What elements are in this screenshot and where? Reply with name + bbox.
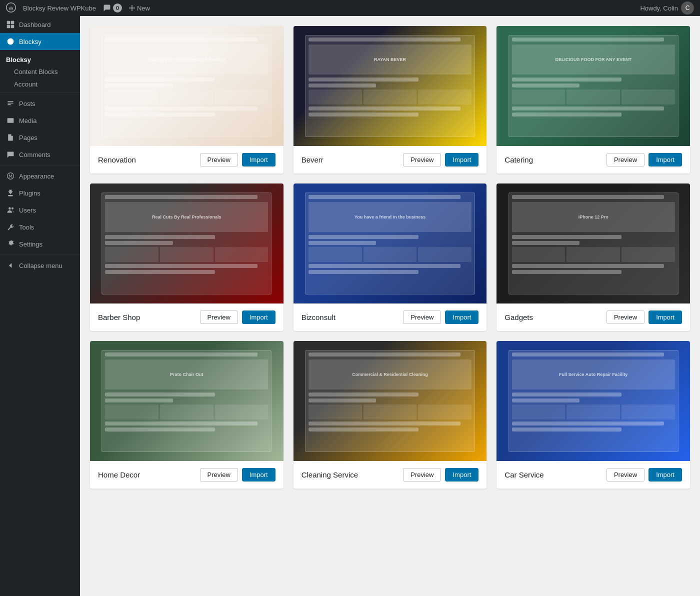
import-button-beverr[interactable]: Import xyxy=(445,153,478,166)
template-footer-catering: Catering Preview Import xyxy=(496,146,690,174)
sidebar-item-media[interactable]: Media xyxy=(0,112,80,129)
template-preview-bizconsult: You have a friend in the business xyxy=(294,184,487,304)
import-button-carservice[interactable]: Import xyxy=(648,468,682,482)
template-preview-beverr: RAYAN BEVER xyxy=(294,26,487,146)
media-label: Media xyxy=(19,117,36,124)
preview-button-barbershop[interactable]: Preview xyxy=(200,310,238,324)
template-name-beverr: Beverr xyxy=(302,156,324,164)
sidebar-item-tools[interactable]: Tools xyxy=(0,218,80,236)
template-preview-carservice: Full Service Auto Repair Facility xyxy=(496,341,690,461)
template-footer-bizconsult: Bizconsult Preview Import xyxy=(294,304,487,331)
users-icon xyxy=(6,206,15,214)
sidebar-item-posts[interactable]: Posts xyxy=(0,95,80,112)
preview-button-homedecor[interactable]: Preview xyxy=(200,468,238,482)
template-card-barbershop: Real Cuts By Real Professionals xyxy=(90,184,284,331)
comments-icon[interactable]: 0 xyxy=(103,4,122,12)
preview-button-carservice[interactable]: Preview xyxy=(606,468,644,482)
main-content: Making your vision become a reality xyxy=(80,16,700,596)
site-name[interactable]: Blocksy Review WPKube xyxy=(23,4,96,12)
account-label: Account xyxy=(14,80,38,88)
howdy-text[interactable]: Howdy, Colin C xyxy=(640,2,694,14)
template-footer-beverr: Beverr Preview Import xyxy=(294,146,487,174)
wp-logo-icon[interactable] xyxy=(6,2,16,14)
template-footer-gadgets: Gadgets Preview Import xyxy=(496,304,690,331)
template-actions-barbershop: Preview Import xyxy=(200,310,276,324)
svg-point-9 xyxy=(11,174,12,176)
import-button-renovation[interactable]: Import xyxy=(242,153,276,166)
svg-rect-0 xyxy=(7,21,10,24)
preview-button-gadgets[interactable]: Preview xyxy=(606,310,644,324)
users-label: Users xyxy=(19,206,36,214)
blocksy-label: Blocksy xyxy=(19,38,42,46)
sidebar-item-dashboard[interactable]: Dashboard xyxy=(0,16,80,33)
sidebar-item-appearance[interactable]: Appearance xyxy=(0,168,80,184)
template-preview-renovation: Making your vision become a reality xyxy=(90,26,284,146)
howdy-label: Howdy, Colin xyxy=(640,4,678,12)
import-button-homedecor[interactable]: Import xyxy=(242,468,276,482)
topbar-left: Blocksy Review WPKube 0 New xyxy=(6,2,632,14)
svg-rect-2 xyxy=(7,25,10,28)
template-name-renovation: Renovation xyxy=(98,156,136,164)
content-blocks-label: Content Blocks xyxy=(14,68,58,76)
template-preview-homedecor: Prato Chair Out xyxy=(90,341,284,461)
preview-button-beverr[interactable]: Preview xyxy=(403,153,441,166)
sidebar-item-content-blocks[interactable]: Content Blocks xyxy=(0,66,80,78)
comments-sidebar-icon xyxy=(6,150,15,159)
new-button[interactable]: New xyxy=(129,4,150,12)
preview-button-cleaning[interactable]: Preview xyxy=(403,468,441,482)
preview-button-bizconsult[interactable]: Preview xyxy=(403,310,441,324)
template-card-cleaning: Commercial & Residential Cleaning xyxy=(294,341,487,488)
sidebar-item-account[interactable]: Account xyxy=(0,78,80,90)
sidebar-item-plugins[interactable]: Plugins xyxy=(0,184,80,202)
pages-label: Pages xyxy=(19,134,38,142)
template-actions-gadgets: Preview Import xyxy=(606,310,682,324)
template-actions-beverr: Preview Import xyxy=(403,153,478,166)
import-button-barbershop[interactable]: Import xyxy=(242,310,276,324)
posts-icon xyxy=(6,99,15,108)
appearance-icon xyxy=(6,172,15,180)
template-preview-barbershop: Real Cuts By Real Professionals xyxy=(90,184,284,304)
svg-rect-10 xyxy=(8,195,13,196)
dashboard-label: Dashboard xyxy=(19,21,51,28)
sidebar-item-comments[interactable]: Comments xyxy=(0,146,80,163)
template-name-bizconsult: Bizconsult xyxy=(302,313,336,322)
template-card-bizconsult: You have a friend in the business xyxy=(294,184,487,331)
import-button-catering[interactable]: Import xyxy=(648,153,682,166)
media-icon xyxy=(6,116,15,125)
template-footer-homedecor: Home Decor Preview Import xyxy=(90,461,284,488)
import-button-cleaning[interactable]: Import xyxy=(445,468,478,482)
preview-button-renovation[interactable]: Preview xyxy=(200,153,238,166)
template-name-barbershop: Barber Shop xyxy=(98,313,140,322)
dashboard-icon xyxy=(6,20,15,29)
template-footer-barbershop: Barber Shop Preview Import xyxy=(90,304,284,331)
template-preview-catering: DELICIOUS FOOD FOR ANY EVENT xyxy=(496,26,690,146)
sidebar-item-pages[interactable]: Pages xyxy=(0,129,80,146)
import-button-gadgets[interactable]: Import xyxy=(648,310,682,324)
sidebar-item-users[interactable]: Users xyxy=(0,202,80,218)
comments-label: Comments xyxy=(19,151,50,158)
tools-icon xyxy=(6,222,15,232)
template-footer-renovation: Renovation Preview Import xyxy=(90,146,284,174)
template-actions-catering: Preview Import xyxy=(606,153,682,166)
sidebar-item-collapse[interactable]: Collapse menu xyxy=(0,257,80,274)
svg-rect-1 xyxy=(11,21,14,24)
plugins-icon xyxy=(6,188,15,198)
sidebar-item-settings[interactable]: Settings xyxy=(0,236,80,252)
template-card-carservice: Full Service Auto Repair Facility xyxy=(496,341,690,488)
template-footer-cleaning: Cleaning Service Preview Import xyxy=(294,461,487,488)
sidebar-item-blocksy[interactable]: Blocksy xyxy=(0,33,80,50)
import-button-bizconsult[interactable]: Import xyxy=(445,310,478,324)
template-preview-gadgets: iPhone 12 Pro xyxy=(496,184,690,304)
preview-button-catering[interactable]: Preview xyxy=(606,153,644,166)
template-name-carservice: Car Service xyxy=(504,470,544,479)
plugins-label: Plugins xyxy=(19,190,40,197)
layout: Dashboard Blocksy Blocksy Content Blocks… xyxy=(0,16,700,596)
svg-point-12 xyxy=(12,208,14,210)
sidebar: Dashboard Blocksy Blocksy Content Blocks… xyxy=(0,16,80,596)
template-card-renovation: Making your vision become a reality xyxy=(90,26,284,174)
svg-point-4 xyxy=(8,38,14,45)
svg-point-11 xyxy=(8,207,11,210)
template-card-homedecor: Prato Chair Out Home D xyxy=(90,341,284,488)
template-name-catering: Catering xyxy=(504,156,533,164)
svg-point-8 xyxy=(9,174,10,176)
